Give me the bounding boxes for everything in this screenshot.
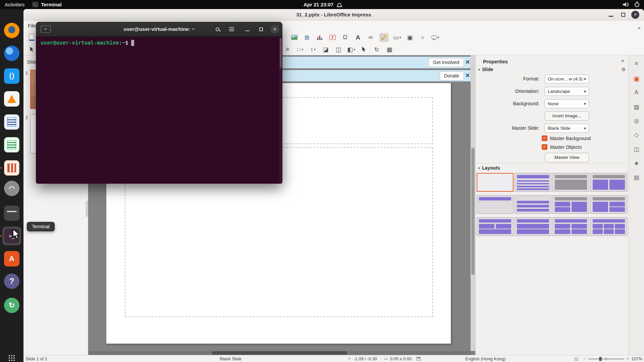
terminal-titlebar[interactable]: + user@user-virtual-machine: ~ × [36, 22, 282, 37]
terminal-content[interactable]: user@user-virtual-machine:~$ [36, 37, 282, 184]
impress-maximize-button[interactable] [621, 13, 625, 17]
tab-slide-transition-icon[interactable]: ◫ [629, 143, 644, 155]
tab-properties-icon[interactable]: ▣ [629, 73, 644, 84]
layout-option-5[interactable] [477, 195, 514, 214]
insert-image-icon[interactable] [290, 33, 298, 42]
master-objects-checkbox[interactable]: ✓ [542, 144, 547, 150]
master-background-checkbox[interactable]: ✓ [542, 135, 547, 141]
slide-section-options-icon[interactable]: ⚙ [621, 67, 626, 72]
impress-close-button[interactable]: × [631, 11, 639, 19]
dock-libreoffice-writer[interactable] [2, 113, 21, 131]
focused-app-menu[interactable]: >_ Terminal [29, 2, 65, 7]
dock-vlc[interactable] [2, 89, 21, 108]
dock-help[interactable]: ? [2, 272, 21, 291]
tab-navigator-icon[interactable]: ◎ [629, 115, 644, 126]
terminal-close-button[interactable]: × [271, 25, 279, 34]
dock-thunderbird[interactable] [2, 44, 21, 63]
dock-libreoffice-impress[interactable] [2, 159, 21, 177]
draw-freeform-line-icon[interactable] [379, 33, 388, 42]
tab-shapes-icon[interactable]: ◇ [629, 129, 644, 140]
format-dropdown[interactable]: On-scre... w (4:3) [545, 74, 589, 83]
vertical-scrollbar-thumb[interactable] [471, 148, 475, 275]
master-slide-dropdown[interactable]: Blank Slide [545, 124, 589, 133]
get-involved-button[interactable]: Get involved [428, 58, 464, 67]
new-document-icon[interactable] [28, 33, 36, 42]
layout-option-7[interactable] [552, 195, 589, 214]
basic-shapes-icon[interactable]: ▭▾ [393, 33, 401, 42]
system-status-menu[interactable] [623, 0, 641, 9]
terminal-search-button[interactable] [213, 25, 221, 33]
layouts-section-header[interactable]: ▾ Layouts [476, 163, 628, 171]
layout-option-3[interactable] [552, 173, 589, 192]
display-grid-icon[interactable]: ▦ [385, 45, 393, 54]
layout-option-9[interactable] [477, 217, 514, 236]
tab-master-slides-icon[interactable]: ▤ [629, 172, 644, 183]
dock-files[interactable] [2, 204, 21, 223]
terminal-scrollbar[interactable] [279, 37, 282, 183]
donate-button[interactable]: Donate [439, 71, 464, 80]
terminal-maximize-button[interactable] [257, 25, 265, 33]
horizontal-scrollbar-thumb[interactable] [212, 351, 347, 355]
dock-show-applications[interactable] [2, 349, 21, 362]
fontwork-icon[interactable]: A [354, 33, 362, 42]
layout-option-12[interactable] [590, 217, 627, 236]
crop-image-icon[interactable]: ◫ [334, 45, 342, 54]
layout-option-8[interactable] [590, 195, 627, 214]
line-spacing-icon[interactable]: ↕▾ [309, 45, 317, 54]
clone-formatting-icon[interactable]: ▣ [406, 33, 414, 42]
dock-firefox[interactable] [2, 21, 21, 40]
dock-ubuntu-software[interactable]: A [2, 249, 21, 268]
terminal-menu-button[interactable] [227, 25, 235, 33]
insert-textbox-icon[interactable]: T [328, 33, 336, 42]
ellipse-icon[interactable]: ○ [419, 33, 427, 42]
select-tool-icon[interactable] [28, 45, 36, 54]
impress-minimize-button[interactable] [609, 16, 613, 17]
terminal-minimize-button[interactable] [244, 25, 252, 33]
layout-option-4[interactable] [590, 173, 627, 192]
tab-gallery-icon[interactable]: ▨ [629, 101, 644, 113]
layout-option-2[interactable] [515, 173, 551, 192]
layout-option-10[interactable] [515, 217, 551, 236]
properties-close-icon[interactable]: × [621, 58, 624, 64]
master-view-button[interactable]: Master View [545, 153, 589, 162]
bullet-list-icon[interactable]: ∷▾ [296, 45, 304, 54]
align-objects-icon[interactable]: ≡ [283, 45, 291, 54]
zoom-slider-handle[interactable] [599, 357, 602, 361]
insert-chart-icon[interactable] [316, 33, 324, 42]
close-document-icon[interactable]: × [638, 25, 641, 31]
zoom-level-status[interactable]: 107% [631, 355, 642, 362]
layout-option-6[interactable] [515, 195, 551, 214]
tab-animation-icon[interactable]: ★ [629, 158, 644, 169]
hyperlink-icon[interactable]: ∞ [367, 33, 375, 42]
layout-option-11[interactable] [552, 217, 589, 236]
background-dropdown[interactable]: None [545, 99, 589, 108]
horizontal-scrollbar[interactable] [88, 351, 471, 355]
pointer-mode-icon[interactable] [360, 45, 368, 54]
dock-gimp[interactable]: ◠ [2, 179, 21, 198]
impress-titlebar[interactable]: 31_2.pptx - LibreOffice Impress × [23, 9, 644, 20]
shadow-icon[interactable]: ◪ [322, 45, 330, 54]
sidebar-settings-icon[interactable]: ≡ [629, 58, 644, 69]
language-status[interactable]: English (Hong Kong) [465, 355, 505, 362]
panel-splitter-handle[interactable] [86, 201, 88, 217]
callout-shapes-icon[interactable]: ▾ [431, 33, 439, 42]
slide-section-header[interactable]: ▾ Slide [478, 67, 493, 72]
special-character-icon[interactable]: Ω [341, 33, 349, 42]
clock-menu[interactable]: Apr 21 23:07 [304, 0, 341, 9]
insert-table-icon[interactable]: ⊞ [303, 33, 311, 42]
tab-styles-icon[interactable]: A [629, 87, 644, 98]
layout-option-1[interactable] [477, 173, 514, 192]
activities-button[interactable]: Activities [0, 0, 29, 9]
infobar-1-close-icon[interactable]: ✕ [464, 59, 471, 66]
infobar-2-close-icon[interactable]: ✕ [464, 72, 471, 79]
dock-vscode[interactable]: ⟨⟩ [2, 67, 21, 85]
dock-software-updater[interactable]: ↻ [2, 296, 21, 315]
terminal-scrollbar-thumb[interactable] [280, 38, 282, 68]
vertical-scrollbar[interactable] [471, 55, 475, 351]
fit-slide-icon[interactable]: ◱ [574, 357, 579, 361]
zoom-out-icon[interactable]: − [582, 357, 587, 361]
orientation-dropdown[interactable]: Landscape [545, 87, 589, 96]
insert-image-button[interactable]: Insert Image... [545, 111, 589, 121]
rotate-icon[interactable]: ↻ [373, 45, 381, 54]
image-filter-icon[interactable]: ◧▾ [347, 45, 355, 54]
